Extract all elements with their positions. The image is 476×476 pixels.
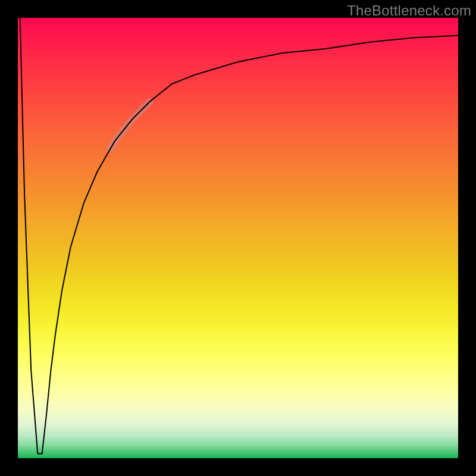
watermark-text: TheBottleneck.com xyxy=(347,2,471,19)
plot-area xyxy=(18,18,458,458)
chart-frame: TheBottleneck.com xyxy=(0,0,476,476)
